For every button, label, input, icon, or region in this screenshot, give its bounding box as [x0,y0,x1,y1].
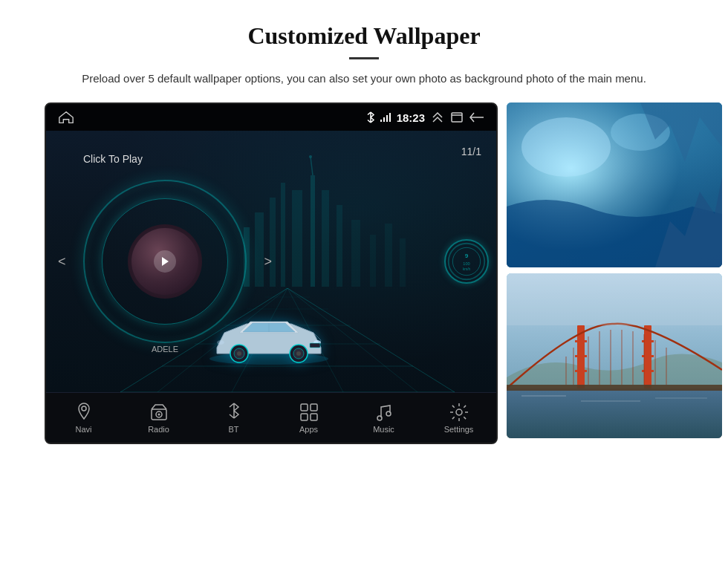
album-art[interactable] [128,224,202,299]
svg-rect-71 [642,370,654,372]
car-image [195,296,343,377]
nav-item-music[interactable]: Music [356,402,412,434]
settings-icon [449,402,469,423]
svg-rect-39 [310,343,320,348]
music-icon [374,402,394,423]
nav-item-apps[interactable]: Apps [281,402,337,434]
nav-label-navi: Navi [75,425,91,434]
svg-rect-49 [301,404,308,411]
nav-item-radio[interactable]: Radio [131,402,186,434]
svg-point-48 [157,414,160,416]
artist-name: ADELE [152,345,178,354]
svg-rect-0 [452,113,462,122]
svg-point-29 [209,353,328,365]
svg-rect-69 [642,340,654,342]
svg-rect-52 [311,414,317,420]
page-subtitle: Preload over 5 default wallpaper options… [82,70,646,88]
svg-rect-68 [575,370,587,372]
bridge-svg [507,273,722,438]
next-button[interactable]: > [264,254,272,270]
svg-text:100: 100 [463,261,469,266]
svg-point-15 [309,155,312,158]
right-gauge: 9 100 km/h [437,131,496,392]
nav-label-radio: Radio [148,425,169,434]
car-screen: 18:23 [45,102,498,444]
nav-item-settings[interactable]: Settings [431,402,487,434]
status-left [58,110,74,125]
wallpaper-thumb-1[interactable] [507,102,722,267]
svg-point-57 [521,117,611,177]
ice-svg [507,102,722,267]
bottom-nav: Navi Radio [46,392,496,443]
svg-rect-8 [322,190,329,287]
svg-point-35 [237,351,241,356]
svg-point-54 [386,411,391,416]
svg-rect-72 [507,385,722,391]
svg-rect-12 [385,224,392,287]
svg-rect-10 [351,220,360,287]
wallpaper-thumb-2[interactable] [507,273,722,438]
up-arrows-icon [431,112,444,123]
svg-line-14 [311,157,313,175]
nav-label-settings: Settings [444,425,474,434]
nav-item-bt[interactable]: BT [206,402,261,434]
signal-icon [380,112,391,123]
svg-point-32 [217,340,224,345]
nav-label-music: Music [373,425,394,434]
title-divider [349,57,379,59]
page-container: Customized Wallpaper Preload over 5 defa… [0,0,728,459]
gauge-ring: 9 100 km/h [444,239,489,284]
radio-icon [149,402,169,423]
nav-label-apps: Apps [299,425,318,434]
svg-point-53 [377,416,382,420]
svg-rect-6 [292,190,302,287]
svg-rect-67 [575,355,587,357]
svg-rect-83 [507,273,722,325]
content-area: 18:23 [45,102,683,444]
location-icon [74,402,94,423]
play-icon [160,256,169,267]
window-icon [450,112,464,123]
svg-rect-11 [370,235,376,287]
status-time: 18:23 [397,111,425,124]
play-button[interactable] [154,250,176,273]
svg-point-45 [82,406,86,411]
status-icons [365,111,391,123]
status-bar: 18:23 [46,104,496,131]
svg-marker-28 [162,257,169,266]
click-to-play-label: Click To Play [83,153,143,165]
svg-text:km/h: km/h [463,267,471,271]
nav-item-navi[interactable]: Navi [56,402,111,434]
svg-rect-66 [575,340,587,342]
prev-button[interactable]: < [58,254,66,270]
svg-rect-7 [311,175,315,287]
status-right: 18:23 [365,111,484,124]
wallpaper-thumbnails [507,102,722,438]
svg-rect-70 [642,355,654,357]
bluetooth-status-icon [365,111,376,123]
svg-point-38 [296,351,301,356]
page-title: Customized Wallpaper [45,22,683,50]
svg-rect-51 [301,414,308,420]
svg-rect-50 [311,404,317,411]
svg-rect-9 [337,205,342,287]
album-art-inner [131,228,198,295]
screen-main: Click To Play < > [46,131,496,392]
svg-text:9: 9 [465,253,468,259]
title-section: Customized Wallpaper Preload over 5 defa… [45,22,683,88]
svg-point-55 [456,409,462,415]
apps-icon [299,402,319,423]
back-arrow-icon [469,112,484,123]
nav-label-bt: BT [228,425,238,434]
car-svg [202,303,336,370]
home-icon [58,110,74,125]
bluetooth-nav-icon [224,402,244,423]
svg-rect-13 [400,238,406,287]
